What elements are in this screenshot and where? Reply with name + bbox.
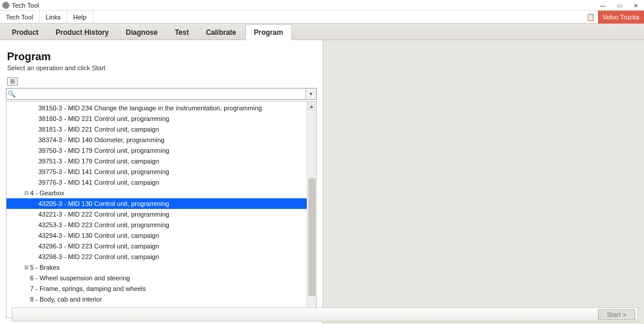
search-icon: 🔍 (6, 90, 17, 98)
tree-row[interactable]: ⊟4 - Gearbox (6, 188, 307, 198)
tree-row-label: 43253-3 - MID 223 Control unit, programm… (38, 221, 169, 228)
menu-tech-tool[interactable]: Tech Tool (0, 11, 40, 23)
expand-collapse-button[interactable]: ⊞ (7, 77, 18, 86)
tree-twisty-icon[interactable]: ⊞ (23, 264, 30, 270)
tree-row-label: 39750-3 - MID 179 Control unit, programm… (38, 147, 169, 154)
notification-icon[interactable]: 📋 (584, 11, 598, 24)
tree-row-label: 6 - Wheel suspension and steering (30, 274, 130, 282)
menu-bar: Tech Tool Links Help 📋 Volvo Trucks (0, 11, 644, 24)
tree-row[interactable]: 7 - Frame, springs, damping and wheels (6, 283, 307, 294)
tab-product-history[interactable]: Product History (47, 25, 117, 40)
left-pane: Program Select an operation and click St… (0, 40, 323, 324)
tab-diagnose[interactable]: Diagnose (117, 25, 166, 40)
window-controls: — ▭ ✕ (594, 0, 644, 11)
tree-row[interactable]: 43294-3 - MID 130 Control unit, campaign (6, 230, 307, 241)
tab-program[interactable]: Program (245, 24, 292, 40)
tree-row-label: 43298-3 - MID 222 Control unit, campaign (38, 253, 159, 260)
tree-row-label: 43294-3 - MID 130 Control unit, campaign (38, 232, 159, 239)
tab-calibrate[interactable]: Calibrate (198, 25, 245, 40)
operations-tree: 38150-3 - MID 234 Change the language in… (6, 101, 317, 318)
tree-row[interactable]: 6 - Wheel suspension and steering (6, 273, 307, 283)
tree-row-label: 39776-3 - MID 141 Control unit, campaign (38, 179, 159, 186)
nav-tabs: Product Product History Diagnose Test Ca… (0, 24, 644, 40)
tree-row[interactable]: 38374-3 - MID 140 Odometer, programming (6, 135, 307, 145)
tree-row[interactable]: 43205-3 - MID 130 Control unit, programm… (6, 198, 307, 209)
search-dropdown-button[interactable]: ▾ (305, 89, 316, 99)
tree-row[interactable]: 39751-3 - MID 179 Control unit, campaign (6, 156, 307, 166)
tab-test[interactable]: Test (166, 25, 198, 40)
tree-row-label: 4 - Gearbox (30, 189, 64, 197)
tree-row-label: 5 - Brakes (30, 264, 60, 271)
menu-help[interactable]: Help (67, 11, 93, 23)
tree-row[interactable]: 43253-3 - MID 223 Control unit, programm… (6, 220, 307, 230)
tree-twisty-icon[interactable]: ⊟ (23, 190, 30, 196)
tree-row[interactable]: ⊞5 - Brakes (6, 262, 307, 273)
window-titlebar: Tech Tool — ▭ ✕ (0, 0, 644, 11)
tree-row[interactable]: 38150-3 - MID 234 Change the language in… (6, 103, 307, 113)
tree-row-label: 39775-3 - MID 141 Control unit, programm… (38, 168, 169, 175)
tab-product[interactable]: Product (4, 25, 47, 40)
tree-row-label: 38181-3 - MID 221 Control unit, campaign (38, 126, 159, 133)
tree-row-label: 38374-3 - MID 140 Odometer, programming (38, 136, 165, 143)
tree-row[interactable]: 43298-3 - MID 222 Control unit, campaign (6, 251, 307, 262)
brand-tag: Volvo Trucks (598, 11, 644, 24)
tree-row[interactable]: 39776-3 - MID 141 Control unit, campaign (6, 177, 307, 188)
workspace: Program Select an operation and click St… (0, 40, 644, 324)
window-maximize-button[interactable]: ▭ (611, 0, 627, 11)
page-header: Program Select an operation and click St… (0, 40, 323, 75)
tree-row[interactable]: 8 - Body, cab and interior (6, 294, 307, 305)
tree-row-label: 38150-3 - MID 234 Change the language in… (38, 104, 262, 112)
page-subtitle: Select an operation and click Start (7, 64, 316, 71)
tree-row-label: 39751-3 - MID 179 Control unit, campaign (38, 158, 159, 165)
search-combo: 🔍 ▾ (6, 88, 317, 100)
window-close-button[interactable]: ✕ (627, 0, 644, 11)
tree-scrollbar[interactable]: ▲ ▼ (307, 102, 316, 318)
search-input[interactable] (17, 89, 305, 99)
tree-row[interactable]: 43296-3 - MID 223 Control unit, campaign (6, 241, 307, 251)
tree-row-label: 8 - Body, cab and interior (30, 296, 102, 303)
tree-row-label: 38180-3 - MID 221 Control unit, programm… (38, 115, 169, 122)
tree-row[interactable]: 39775-3 - MID 141 Control unit, programm… (6, 166, 307, 177)
window-title: Tech Tool (12, 2, 39, 9)
tree-row-label: 43221-3 - MID 222 Control unit, programm… (38, 211, 169, 218)
start-button[interactable]: Start > (598, 309, 635, 320)
tree-row[interactable]: 38181-3 - MID 221 Control unit, campaign (6, 124, 307, 135)
menu-links[interactable]: Links (40, 11, 67, 23)
scroll-up-icon[interactable]: ▲ (307, 102, 316, 111)
tree-row[interactable]: 38180-3 - MID 221 Control unit, programm… (6, 113, 307, 124)
tree-row-label: 43296-3 - MID 223 Control unit, campaign (38, 243, 159, 250)
tree-row-label: 7 - Frame, springs, damping and wheels (30, 285, 146, 292)
tree-row[interactable]: 43221-3 - MID 222 Control unit, programm… (6, 209, 307, 220)
scroll-thumb[interactable] (308, 178, 316, 296)
app-logo-icon (2, 2, 9, 9)
tree-row[interactable]: 39750-3 - MID 179 Control unit, programm… (6, 145, 307, 156)
footer-action-bar: Start > (12, 307, 638, 322)
right-pane (323, 40, 644, 324)
page-title: Program (7, 51, 316, 63)
window-minimize-button[interactable]: — (594, 0, 611, 11)
tree-row-label: 43205-3 - MID 130 Control unit, programm… (38, 200, 169, 207)
